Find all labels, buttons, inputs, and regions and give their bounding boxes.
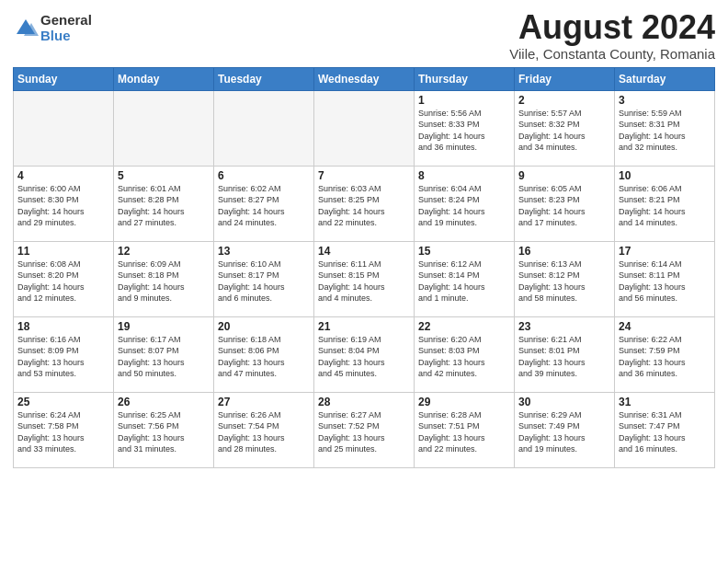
day-number: 10 [619,169,711,182]
header-sunday: Sunday [14,67,114,90]
day-info: Sunrise: 6:27 AM Sunset: 7:52 PM Dayligh… [318,409,410,455]
day-number: 6 [218,169,310,182]
calendar-cell: 28Sunrise: 6:27 AM Sunset: 7:52 PM Dayli… [314,392,415,467]
day-number: 3 [619,94,711,107]
calendar-cell [14,90,114,166]
calendar-cell: 16Sunrise: 6:13 AM Sunset: 8:12 PM Dayli… [515,241,615,316]
calendar-week-2: 11Sunrise: 6:08 AM Sunset: 8:20 PM Dayli… [14,241,715,316]
day-number: 4 [17,169,109,182]
day-info: Sunrise: 6:25 AM Sunset: 7:56 PM Dayligh… [118,409,210,455]
calendar-cell: 26Sunrise: 6:25 AM Sunset: 7:56 PM Dayli… [114,392,214,467]
calendar-cell: 6Sunrise: 6:02 AM Sunset: 8:27 PM Daylig… [214,166,314,241]
calendar-cell: 23Sunrise: 6:21 AM Sunset: 8:01 PM Dayli… [515,316,615,392]
weekday-row: Sunday Monday Tuesday Wednesday Thursday… [14,67,715,90]
day-info: Sunrise: 6:00 AM Sunset: 8:30 PM Dayligh… [17,183,109,229]
header-saturday: Saturday [615,67,715,90]
calendar-cell: 24Sunrise: 6:22 AM Sunset: 7:59 PM Dayli… [615,316,715,392]
day-info: Sunrise: 6:13 AM Sunset: 8:12 PM Dayligh… [518,259,610,304]
day-info: Sunrise: 6:10 AM Sunset: 8:17 PM Dayligh… [218,259,310,304]
day-number: 12 [118,245,210,258]
day-info: Sunrise: 6:22 AM Sunset: 7:59 PM Dayligh… [619,334,711,380]
calendar-week-1: 4Sunrise: 6:00 AM Sunset: 8:30 PM Daylig… [14,166,715,241]
day-number: 24 [619,320,711,333]
calendar-cell: 1Sunrise: 5:56 AM Sunset: 8:33 PM Daylig… [415,90,515,166]
calendar-cell: 12Sunrise: 6:09 AM Sunset: 8:18 PM Dayli… [114,241,214,316]
calendar-cell: 11Sunrise: 6:08 AM Sunset: 8:20 PM Dayli… [14,241,114,316]
day-info: Sunrise: 6:05 AM Sunset: 8:23 PM Dayligh… [518,183,610,229]
day-info: Sunrise: 6:02 AM Sunset: 8:27 PM Dayligh… [218,183,310,229]
day-number: 22 [418,320,510,333]
calendar-cell: 22Sunrise: 6:20 AM Sunset: 8:03 PM Dayli… [415,316,515,392]
day-info: Sunrise: 6:29 AM Sunset: 7:49 PM Dayligh… [518,409,610,455]
day-number: 7 [318,169,410,182]
day-info: Sunrise: 5:56 AM Sunset: 8:33 PM Dayligh… [418,108,510,154]
day-info: Sunrise: 6:28 AM Sunset: 7:51 PM Dayligh… [418,409,510,455]
day-number: 29 [418,396,510,408]
calendar-cell: 14Sunrise: 6:11 AM Sunset: 8:15 PM Dayli… [314,241,415,316]
day-info: Sunrise: 6:04 AM Sunset: 8:24 PM Dayligh… [418,183,510,229]
day-info: Sunrise: 6:09 AM Sunset: 8:18 PM Dayligh… [118,259,210,304]
header: General Blue August 2024 Viile, Constant… [13,9,715,62]
calendar-cell: 19Sunrise: 6:17 AM Sunset: 8:07 PM Dayli… [114,316,214,392]
day-number: 9 [518,169,610,182]
day-info: Sunrise: 6:21 AM Sunset: 8:01 PM Dayligh… [518,334,610,380]
calendar-cell: 9Sunrise: 6:05 AM Sunset: 8:23 PM Daylig… [515,166,615,241]
header-monday: Monday [114,67,214,90]
day-number: 11 [17,245,109,258]
day-info: Sunrise: 5:57 AM Sunset: 8:32 PM Dayligh… [518,108,610,154]
calendar-cell: 17Sunrise: 6:14 AM Sunset: 8:11 PM Dayli… [615,241,715,316]
day-info: Sunrise: 5:59 AM Sunset: 8:31 PM Dayligh… [619,108,711,154]
day-number: 13 [218,245,310,258]
day-info: Sunrise: 6:08 AM Sunset: 8:20 PM Dayligh… [17,259,109,304]
calendar-week-4: 25Sunrise: 6:24 AM Sunset: 7:58 PM Dayli… [14,392,715,467]
day-info: Sunrise: 6:12 AM Sunset: 8:14 PM Dayligh… [418,259,510,304]
calendar-cell: 15Sunrise: 6:12 AM Sunset: 8:14 PM Dayli… [415,241,515,316]
calendar-body: 1Sunrise: 5:56 AM Sunset: 8:33 PM Daylig… [14,90,715,467]
day-number: 5 [118,169,210,182]
calendar-cell: 31Sunrise: 6:31 AM Sunset: 7:47 PM Dayli… [615,392,715,467]
day-info: Sunrise: 6:18 AM Sunset: 8:06 PM Dayligh… [218,334,310,380]
calendar-header: Sunday Monday Tuesday Wednesday Thursday… [14,67,715,90]
day-info: Sunrise: 6:26 AM Sunset: 7:54 PM Dayligh… [218,409,310,455]
day-number: 28 [318,396,410,408]
day-number: 30 [518,396,610,408]
day-info: Sunrise: 6:17 AM Sunset: 8:07 PM Dayligh… [118,334,210,380]
day-number: 19 [118,320,210,333]
day-info: Sunrise: 6:16 AM Sunset: 8:09 PM Dayligh… [17,334,109,380]
header-thursday: Thursday [415,67,515,90]
calendar-cell: 18Sunrise: 6:16 AM Sunset: 8:09 PM Dayli… [14,316,114,392]
calendar-cell: 21Sunrise: 6:19 AM Sunset: 8:04 PM Dayli… [314,316,415,392]
logo-general: General [40,13,92,29]
day-number: 2 [518,94,610,107]
day-number: 26 [118,396,210,408]
day-number: 27 [218,396,310,408]
day-number: 17 [619,245,711,258]
logo-icon [13,16,39,41]
calendar-cell [314,90,415,166]
calendar-cell: 20Sunrise: 6:18 AM Sunset: 8:06 PM Dayli… [214,316,314,392]
day-number: 20 [218,320,310,333]
calendar-cell [114,90,214,166]
calendar-cell: 7Sunrise: 6:03 AM Sunset: 8:25 PM Daylig… [314,166,415,241]
calendar-cell [214,90,314,166]
day-info: Sunrise: 6:31 AM Sunset: 7:47 PM Dayligh… [619,409,711,455]
header-tuesday: Tuesday [214,67,314,90]
day-info: Sunrise: 6:03 AM Sunset: 8:25 PM Dayligh… [318,183,410,229]
calendar-cell: 13Sunrise: 6:10 AM Sunset: 8:17 PM Dayli… [214,241,314,316]
calendar-subtitle: Viile, Constanta County, Romania [509,46,715,62]
title-area: August 2024 Viile, Constanta County, Rom… [509,9,715,62]
header-friday: Friday [515,67,615,90]
day-info: Sunrise: 6:01 AM Sunset: 8:28 PM Dayligh… [118,183,210,229]
day-info: Sunrise: 6:11 AM Sunset: 8:15 PM Dayligh… [318,259,410,304]
day-info: Sunrise: 6:20 AM Sunset: 8:03 PM Dayligh… [418,334,510,380]
day-number: 31 [619,396,711,408]
logo-blue: Blue [40,29,92,44]
calendar-cell: 30Sunrise: 6:29 AM Sunset: 7:49 PM Dayli… [515,392,615,467]
day-number: 16 [518,245,610,258]
calendar-cell: 2Sunrise: 5:57 AM Sunset: 8:32 PM Daylig… [515,90,615,166]
calendar-week-3: 18Sunrise: 6:16 AM Sunset: 8:09 PM Dayli… [14,316,715,392]
logo-text: General Blue [40,13,92,43]
day-info: Sunrise: 6:14 AM Sunset: 8:11 PM Dayligh… [619,259,711,304]
day-number: 25 [17,396,109,408]
page: General Blue August 2024 Viile, Constant… [0,0,728,563]
